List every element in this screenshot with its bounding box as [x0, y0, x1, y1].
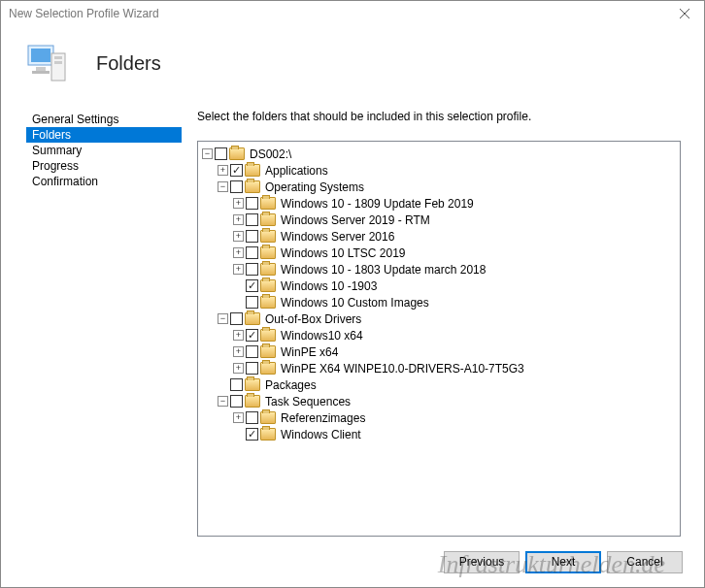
- tree-checkbox[interactable]: [230, 395, 243, 408]
- folder-icon: [260, 246, 276, 259]
- folder-icon: [260, 263, 276, 276]
- tree-checkbox[interactable]: [246, 428, 258, 441]
- expand-icon[interactable]: +: [233, 330, 244, 341]
- tree-label: Windows Server 2019 - RTM: [278, 213, 430, 227]
- tree-label: Applications: [262, 164, 328, 178]
- svg-rect-6: [54, 61, 62, 64]
- nav-step-general-settings[interactable]: General Settings: [26, 112, 182, 127]
- folder-icon: [245, 378, 260, 391]
- expand-icon[interactable]: +: [233, 264, 244, 275]
- expand-icon[interactable]: +: [233, 214, 244, 225]
- tree-node[interactable]: +Applications: [218, 162, 678, 179]
- window-title: New Selection Profile Wizard: [9, 7, 159, 20]
- folder-icon: [245, 395, 260, 408]
- tree-node[interactable]: +Windows Server 2019 - RTM: [233, 212, 678, 228]
- folder-icon: [245, 164, 260, 177]
- titlebar: New Selection Profile Wizard: [1, 1, 704, 26]
- tree-node[interactable]: +Windows 10 - 1809 Update Feb 2019: [233, 195, 678, 212]
- tree-checkbox[interactable]: [246, 296, 258, 309]
- tree-label: Windows10 x64: [278, 329, 363, 343]
- tree-node[interactable]: +Windows 10 - 1803 Update march 2018: [233, 261, 678, 278]
- tree-checkbox[interactable]: [230, 180, 243, 193]
- tree-checkbox[interactable]: [246, 230, 258, 243]
- tree-node[interactable]: −Task Sequences: [218, 393, 678, 409]
- folder-icon: [260, 411, 276, 424]
- tree-checkbox[interactable]: [230, 378, 243, 391]
- tree-node[interactable]: Packages: [218, 376, 678, 393]
- collapse-icon[interactable]: −: [202, 148, 213, 159]
- tree-node[interactable]: −DS002:\: [202, 146, 678, 162]
- tree-checkbox[interactable]: [246, 345, 258, 358]
- folder-icon: [260, 296, 276, 309]
- tree-label: Windows 10 -1903: [278, 279, 377, 293]
- expand-icon[interactable]: +: [233, 198, 244, 209]
- tree-label: Windows 10 LTSC 2019: [278, 246, 406, 260]
- tree-node[interactable]: Windows 10 Custom Images: [233, 294, 678, 310]
- tree-label: Referenzimages: [278, 411, 365, 425]
- tree-node[interactable]: +Windows 10 LTSC 2019: [233, 245, 678, 261]
- folder-icon: [245, 180, 260, 193]
- tree-checkbox[interactable]: [246, 279, 258, 292]
- tree-label: Windows 10 Custom Images: [278, 296, 429, 310]
- collapse-icon[interactable]: −: [218, 181, 228, 192]
- cancel-button[interactable]: Cancel: [607, 551, 683, 573]
- expand-icon[interactable]: +: [233, 346, 244, 357]
- tree-checkbox[interactable]: [246, 197, 258, 210]
- tree-checkbox[interactable]: [230, 312, 243, 325]
- folder-icon: [260, 230, 276, 243]
- tree-label: Windows 10 - 1809 Update Feb 2019: [278, 197, 474, 211]
- svg-rect-8: [32, 71, 50, 74]
- nav-step-progress[interactable]: Progress: [26, 158, 182, 174]
- collapse-icon[interactable]: −: [218, 396, 228, 407]
- tree-node[interactable]: +WinPE x64: [233, 343, 678, 360]
- tree-checkbox[interactable]: [246, 213, 258, 226]
- expand-icon[interactable]: +: [233, 363, 244, 374]
- nav-step-confirmation[interactable]: Confirmation: [26, 174, 182, 189]
- tree-checkbox[interactable]: [246, 362, 258, 375]
- instruction-text: Select the folders that should be includ…: [197, 110, 681, 123]
- tree-node[interactable]: +WinPE X64 WINPE10.0-DRIVERS-A10-7T5G3: [233, 360, 678, 376]
- folder-icon: [260, 213, 276, 226]
- tree-node[interactable]: Windows Client: [233, 426, 678, 442]
- tree-node[interactable]: −Operating Systems: [218, 179, 678, 195]
- tree-label: Windows Client: [278, 428, 361, 441]
- next-button[interactable]: Next: [525, 551, 601, 573]
- folder-tree[interactable]: −DS002:\+Applications−Operating Systems+…: [197, 141, 681, 537]
- close-icon: [680, 9, 689, 18]
- folder-icon: [260, 329, 276, 342]
- nav-step-folders[interactable]: Folders: [26, 127, 182, 143]
- tree-label: Operating Systems: [262, 180, 364, 194]
- tree-checkbox[interactable]: [246, 263, 258, 276]
- tree-label: Out-of-Box Drivers: [262, 312, 361, 326]
- tree-node[interactable]: +Referenzimages: [233, 409, 678, 426]
- header: Folders: [1, 26, 704, 100]
- tree-label: Windows Server 2016: [278, 230, 394, 244]
- nav-step-summary[interactable]: Summary: [26, 143, 182, 158]
- svg-rect-3: [31, 49, 50, 62]
- tree-label: DS002:\: [247, 147, 291, 161]
- collapse-icon[interactable]: −: [218, 313, 228, 324]
- tree-label: Task Sequences: [262, 395, 351, 408]
- tree-checkbox[interactable]: [230, 164, 243, 177]
- expand-icon[interactable]: +: [233, 247, 244, 258]
- expand-icon[interactable]: +: [218, 165, 228, 176]
- folder-icon: [260, 279, 276, 292]
- tree-node[interactable]: +Windows Server 2016: [233, 228, 678, 245]
- tree-checkbox[interactable]: [246, 411, 258, 424]
- folder-icon: [229, 147, 245, 160]
- folder-icon: [245, 312, 260, 325]
- page-title: Folders: [96, 52, 161, 75]
- expand-icon[interactable]: +: [233, 412, 244, 423]
- tree-node[interactable]: Windows 10 -1903: [233, 278, 678, 294]
- tree-checkbox[interactable]: [246, 246, 258, 259]
- expand-icon[interactable]: +: [233, 231, 244, 242]
- tree-node[interactable]: +Windows10 x64: [233, 327, 678, 343]
- close-button[interactable]: [665, 1, 704, 26]
- tree-node[interactable]: −Out-of-Box Drivers: [218, 310, 678, 327]
- previous-button[interactable]: Previous: [444, 551, 520, 573]
- tree-label: Packages: [262, 378, 317, 392]
- tree-checkbox[interactable]: [246, 329, 258, 342]
- tree-checkbox[interactable]: [215, 147, 227, 160]
- tree-label: WinPE X64 WINPE10.0-DRIVERS-A10-7T5G3: [278, 362, 524, 376]
- folder-icon: [260, 362, 276, 375]
